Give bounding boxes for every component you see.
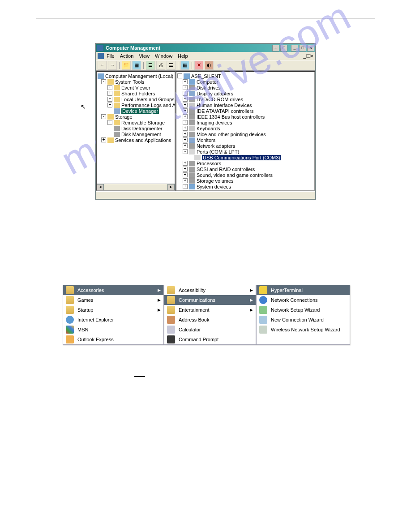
dev-scsi[interactable]: SCSI and RAID controllers (197, 167, 255, 172)
menu-calculator[interactable]: Calculator (164, 325, 256, 335)
menu-entertainment[interactable]: Entertainment▶ (164, 305, 256, 315)
dev-mice[interactable]: Mice and other pointing devices (197, 132, 266, 137)
dev-ports[interactable]: Ports (COM & LPT) (197, 149, 239, 154)
menu-network-wizard[interactable]: Network Setup Wizard (257, 305, 350, 315)
menu-network-connections[interactable]: Network Connections (257, 295, 350, 305)
expand-icon[interactable]: + (183, 79, 188, 84)
expand-icon[interactable]: + (183, 190, 188, 191)
dev-usb-ctrl[interactable]: Universal Serial Bus controllers (197, 190, 265, 192)
tree-perf-logs[interactable]: Performance Logs and Alerts (121, 103, 175, 108)
tree-storage[interactable]: Storage (115, 114, 133, 120)
horizontal-scrollbar[interactable]: ◄► (97, 184, 175, 190)
close-button[interactable]: × (307, 45, 314, 51)
dev-keyboards[interactable]: Keyboards (197, 126, 220, 131)
expand-icon[interactable]: + (183, 161, 188, 166)
tree-root[interactable]: Computer Management (Local) (105, 73, 173, 79)
menu-ie[interactable]: Internet Explorer (63, 315, 163, 325)
expand-icon[interactable]: + (183, 167, 188, 172)
print-button[interactable]: 🖨 (156, 61, 165, 70)
expand-icon[interactable]: + (107, 120, 112, 125)
dev-hid[interactable]: Human Interface Devices (197, 103, 252, 108)
menu-accessories[interactable]: Accessories▶ (63, 285, 163, 295)
expand-icon[interactable]: + (183, 143, 188, 148)
menu-view[interactable]: View (139, 53, 150, 59)
expand-icon[interactable]: + (183, 85, 188, 90)
mdi-restore-button[interactable]: ❐ (306, 53, 311, 59)
tree-device-manager[interactable]: Device Manager (121, 108, 159, 114)
maximize-button[interactable]: □ (299, 45, 306, 51)
tree-diskmgmt[interactable]: Disk Management (121, 132, 161, 137)
uninstall-button[interactable]: ✕ (194, 61, 203, 70)
tree-removable[interactable]: Removable Storage (121, 120, 165, 125)
dev-1394[interactable]: IEEE 1394 Bus host controllers (197, 114, 265, 120)
expand-icon[interactable]: + (183, 108, 188, 113)
expand-icon[interactable]: + (183, 120, 188, 125)
forward-button[interactable]: → (108, 61, 117, 70)
menu-window[interactable]: Window (155, 53, 172, 59)
expand-icon[interactable]: + (183, 103, 188, 107)
menu-wireless-wizard[interactable]: Wireless Network Setup Wizard (257, 325, 350, 335)
dev-storage-vol[interactable]: Storage volumes (197, 178, 234, 184)
expand-icon[interactable]: + (183, 91, 188, 96)
device-root[interactable]: ASE_SILENT (191, 73, 221, 79)
tree-system-tools[interactable]: System Tools (115, 79, 144, 85)
dev-usb-com-port[interactable]: USB Communications Port (COM3) (202, 155, 281, 160)
expand-icon[interactable]: + (107, 97, 112, 102)
expand-icon[interactable]: + (107, 85, 112, 90)
menu-help[interactable]: Help (178, 53, 188, 59)
expand-icon[interactable]: + (183, 184, 188, 189)
dev-display[interactable]: Display adapters (197, 91, 233, 96)
minimize-button[interactable]: _ (291, 45, 298, 51)
tree-defrag[interactable]: Disk Defragmenter (121, 126, 163, 131)
menu-cmd[interactable]: Command Prompt (164, 335, 256, 344)
dev-monitors[interactable]: Monitors (197, 137, 215, 143)
expand-icon[interactable]: + (183, 137, 188, 142)
dev-system[interactable]: System devices (197, 184, 231, 189)
expand-icon[interactable]: + (183, 114, 188, 119)
tree-shared-folders[interactable]: Shared Folders (121, 91, 155, 96)
menu-new-connection[interactable]: New Connection Wizard (257, 315, 350, 325)
expand-icon[interactable]: + (107, 91, 112, 96)
tree-services[interactable]: Services and Applications (115, 137, 171, 143)
menu-action[interactable]: Action (120, 53, 134, 59)
menu-communications[interactable]: Communications▶ (164, 295, 256, 305)
tree-local-users[interactable]: Local Users and Groups (121, 97, 175, 102)
expand-icon[interactable]: + (183, 126, 188, 131)
mdi-close-button[interactable]: × (311, 53, 313, 59)
dev-ide[interactable]: IDE ATA/ATAPI controllers (197, 108, 254, 114)
inner-max-button[interactable]: □ (280, 45, 287, 51)
update-button[interactable]: ◐ (205, 61, 214, 70)
dev-diskdrives[interactable]: Disk drives (197, 85, 221, 90)
expand-icon[interactable]: + (183, 132, 188, 137)
expand-icon[interactable]: + (183, 178, 188, 183)
collapse-icon[interactable]: - (101, 114, 106, 119)
collapse-icon[interactable]: - (101, 79, 106, 84)
scan-button[interactable]: ▦ (180, 61, 189, 70)
menu-startup[interactable]: Startup▶ (63, 305, 163, 315)
menu-address-book[interactable]: Address Book (164, 315, 256, 325)
properties-button[interactable]: ☰ (146, 61, 155, 70)
menu-file[interactable]: File (107, 53, 115, 59)
device-tree[interactable]: -ASE_SILENT +Computer +Disk drives +Disp… (176, 71, 315, 191)
dev-computer[interactable]: Computer (197, 79, 218, 85)
menu-msn[interactable]: MSN (63, 325, 163, 335)
dev-sound[interactable]: Sound, video and game controllers (197, 172, 273, 178)
up-button[interactable]: 📁 (122, 61, 131, 70)
dev-processors[interactable]: Processors (197, 161, 221, 166)
dev-network[interactable]: Network adapters (197, 143, 235, 149)
tree-event-viewer[interactable]: Event Viewer (121, 85, 150, 90)
expand-icon[interactable]: + (183, 172, 188, 177)
expand-icon[interactable]: + (107, 103, 112, 107)
menu-outlook[interactable]: Outlook Express (63, 335, 163, 344)
views-button[interactable]: ▦ (132, 61, 141, 70)
menu-hyperterminal[interactable]: HyperTerminal (257, 285, 350, 295)
expand-icon[interactable]: + (183, 97, 188, 102)
menu-accessibility[interactable]: Accessibility▶ (164, 285, 256, 295)
back-button[interactable]: ← (98, 61, 107, 70)
collapse-icon[interactable]: - (177, 73, 182, 78)
inner-min-button[interactable]: ← (272, 45, 279, 51)
dev-imaging[interactable]: Imaging devices (197, 120, 232, 125)
collapse-icon[interactable]: - (183, 149, 188, 154)
expand-icon[interactable]: + (101, 137, 106, 142)
title-bar[interactable]: Computer Management ← □ _ □ × (96, 44, 315, 52)
